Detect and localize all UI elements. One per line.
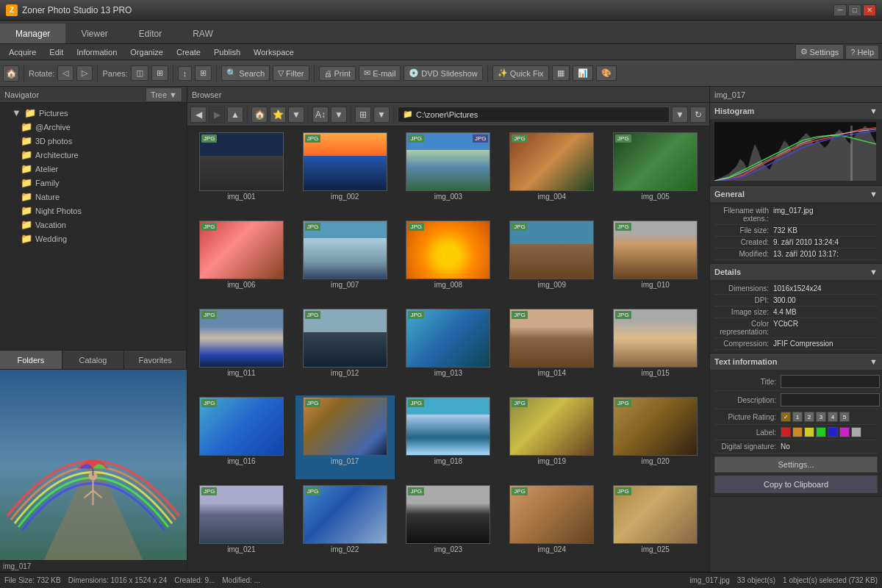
minimize-button[interactable]: ─ [833, 4, 847, 16]
histogram-header[interactable]: Histogram ▼ [710, 103, 882, 119]
list-item[interactable]: JPG img_019 [502, 395, 601, 479]
details-header[interactable]: Details ▼ [710, 264, 882, 280]
list-item[interactable]: JPG img_017 [295, 395, 395, 479]
title-input[interactable] [781, 375, 880, 388]
path-bar[interactable]: 📁 C:\zoner\Pictures [398, 107, 670, 123]
label-blue[interactable] [828, 427, 838, 437]
home-button[interactable]: 🏠 [3, 65, 19, 82]
label-purple[interactable] [839, 427, 850, 437]
tree-item-architecture[interactable]: 📁 Architecture [0, 148, 187, 162]
chart-button[interactable]: 📊 [573, 65, 593, 81]
list-item[interactable]: JPG img_022 [295, 484, 395, 567]
list-item[interactable]: JPG img_016 [192, 395, 291, 479]
list-item[interactable]: JPG img_018 [399, 395, 498, 479]
tree-dropdown[interactable]: Tree ▼ [146, 87, 182, 102]
tree-item-archive[interactable]: 📁 @Archive [0, 120, 187, 134]
list-item[interactable]: JPG img_023 [399, 484, 498, 567]
list-item[interactable]: JPG img_020 [606, 395, 705, 479]
list-item[interactable]: JPG img_024 [502, 484, 601, 567]
tree-item-atelier[interactable]: 📁 Atelier [0, 162, 187, 176]
list-item[interactable]: JPG img_012 [295, 307, 395, 391]
star-4[interactable]: 3 [816, 412, 826, 422]
menu-workspace[interactable]: Workspace [248, 46, 300, 58]
tree-item-pictures[interactable]: ▼ 📁 Pictures [0, 106, 187, 120]
list-item[interactable]: JPG img_009 [502, 219, 601, 303]
up-button[interactable]: ▲ [227, 107, 243, 123]
star-1[interactable]: ✓ [781, 412, 791, 422]
tree-item-vacation[interactable]: 📁 Vacation [0, 218, 187, 232]
copy-clipboard-button[interactable]: Copy to Clipboard [714, 476, 878, 493]
list-item[interactable]: JPG JPG img_003 [399, 131, 498, 215]
chevron-down-nav[interactable]: ▼ [288, 107, 304, 123]
sort-options-button[interactable]: ▼ [331, 107, 347, 123]
view-grid-button[interactable]: ⊞ [355, 107, 371, 123]
tab-viewer[interactable]: Viewer [65, 24, 123, 43]
forward-button[interactable]: ▶ [209, 107, 225, 123]
list-item[interactable]: JPG img_011 [192, 307, 291, 391]
view-options-button[interactable]: ▼ [373, 107, 390, 123]
panes-single-button[interactable]: ◫ [131, 65, 148, 81]
list-item[interactable]: JPG img_005 [606, 131, 705, 215]
list-item[interactable]: JPG img_001 [192, 131, 291, 215]
tree-item-night-photos[interactable]: 📁 Night Photos [0, 204, 187, 218]
menu-publish[interactable]: Publish [208, 46, 246, 58]
label-orange[interactable] [792, 427, 803, 437]
back-button[interactable]: ◀ [190, 107, 207, 123]
list-item[interactable]: JPG img_014 [502, 307, 601, 391]
home-folder-button[interactable]: 🏠 [251, 107, 268, 123]
bars-button[interactable]: ▦ [552, 65, 570, 81]
menu-create[interactable]: Create [171, 46, 207, 58]
list-item[interactable]: JPG img_007 [295, 219, 395, 303]
tab-raw[interactable]: RAW [177, 24, 229, 43]
palette-button[interactable]: 🎨 [596, 65, 617, 81]
star-2[interactable]: 1 [792, 412, 803, 422]
menu-edit[interactable]: Edit [43, 46, 69, 58]
list-item[interactable]: JPG img_008 [399, 219, 498, 303]
settings-button[interactable]: ⚙ Settings [795, 44, 845, 60]
list-item[interactable]: JPG img_015 [606, 307, 705, 391]
list-item[interactable]: JPG img_010 [606, 219, 705, 303]
search-button[interactable]: 🔍 Search [221, 65, 270, 81]
list-item[interactable]: JPG img_013 [399, 307, 498, 391]
tab-manager[interactable]: Manager [0, 24, 65, 43]
text-info-header[interactable]: Text information ▼ [710, 354, 882, 370]
help-button[interactable]: ? Help [845, 45, 879, 60]
star-6[interactable]: 5 [839, 412, 850, 422]
menu-information[interactable]: Information [71, 46, 123, 58]
maximize-button[interactable]: □ [848, 4, 861, 16]
label-yellow[interactable] [804, 427, 814, 437]
close-button[interactable]: ✕ [863, 4, 876, 16]
menu-acquire[interactable]: Acquire [3, 46, 42, 58]
list-item[interactable]: JPG img_006 [192, 219, 291, 303]
dvd-button[interactable]: 💿 DVD Slideshow [404, 65, 482, 81]
rotate-left-button[interactable]: ◁ [57, 65, 74, 81]
list-item[interactable]: JPG img_004 [502, 131, 601, 215]
label-gray[interactable] [851, 427, 861, 437]
label-green[interactable] [816, 427, 826, 437]
panes-dual-button[interactable]: ⊞ [151, 65, 168, 81]
path-dropdown[interactable]: ▼ [672, 107, 688, 123]
list-item[interactable]: JPG img_002 [295, 131, 395, 215]
label-red[interactable] [781, 427, 791, 437]
menu-organize[interactable]: Organize [124, 46, 169, 58]
settings-button[interactable]: Settings... [714, 456, 878, 473]
list-item[interactable]: JPG img_025 [606, 484, 705, 567]
tab-favorites[interactable]: Favorites [124, 351, 187, 369]
view-button[interactable]: ⊞ [195, 65, 212, 81]
refresh-button[interactable]: ↻ [690, 107, 706, 123]
filter-button[interactable]: ▽ Filter [273, 65, 309, 81]
tab-editor[interactable]: Editor [123, 24, 177, 43]
star-3[interactable]: 2 [804, 412, 814, 422]
tree-item-nature[interactable]: 📁 Nature [0, 190, 187, 204]
bookmarks-button[interactable]: ⭐ [270, 107, 286, 123]
tree-item-3d[interactable]: 📁 3D photos [0, 134, 187, 148]
email-button[interactable]: ✉ E-mail [359, 65, 401, 81]
tab-folders[interactable]: Folders [0, 351, 62, 369]
general-header[interactable]: General ▼ [710, 186, 882, 202]
description-input[interactable] [781, 393, 880, 406]
tab-catalog[interactable]: Catalog [62, 351, 125, 369]
sort-az-button[interactable]: A↕ [312, 107, 329, 123]
sort-button[interactable]: ↕ [178, 66, 193, 81]
star-5[interactable]: 4 [828, 412, 838, 422]
quickfix-button[interactable]: ✨ Quick Fix [492, 65, 549, 81]
